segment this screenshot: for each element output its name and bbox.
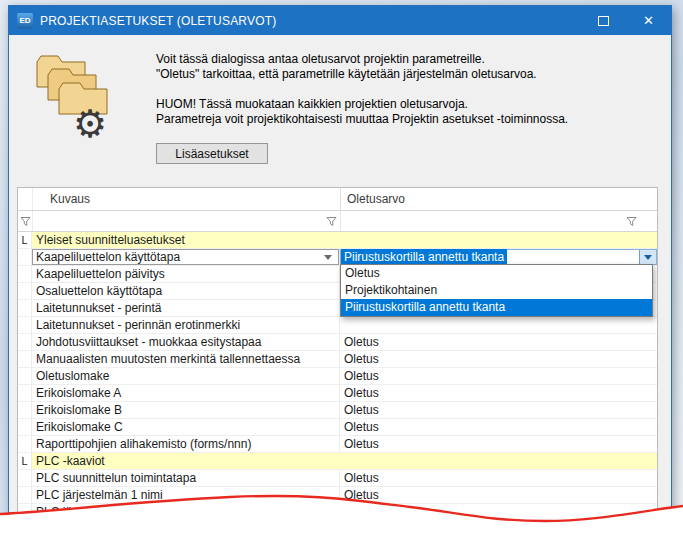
row-description[interactable]: Kaapeliluettelon päivitys bbox=[32, 266, 340, 282]
row-marker bbox=[18, 436, 32, 452]
row-description[interactable]: Yleiset suunnitteluasetukset bbox=[32, 232, 340, 248]
maximize-icon bbox=[598, 16, 609, 26]
intro-line: Voit tässä dialogissa antaa oletusarvot … bbox=[156, 52, 568, 67]
row-marker: L bbox=[18, 232, 32, 248]
table-row[interactable]: LYleiset suunnitteluasetukset bbox=[18, 232, 657, 249]
selected-value-text: Piirustuskortilla annettu tkanta bbox=[341, 249, 507, 265]
row-description[interactable]: Erikoislomake C bbox=[32, 419, 340, 435]
chevron-down-icon bbox=[644, 255, 652, 260]
column-header-oletusarvo[interactable]: Oletusarvo bbox=[341, 188, 657, 210]
row-value[interactable]: Piirustuskortilla annettu tkanta bbox=[340, 249, 657, 265]
row-marker bbox=[18, 419, 32, 435]
row-value[interactable]: Oletus bbox=[340, 436, 657, 452]
row-description[interactable]: Manuaalisten muutosten merkintä tallenne… bbox=[32, 351, 340, 367]
dropdown-list: Oletus Projektikohtainen Piirustuskortil… bbox=[340, 264, 653, 317]
advanced-settings-button[interactable]: Lisäasetukset bbox=[156, 143, 268, 164]
chevron-down-icon bbox=[324, 255, 332, 260]
row-description[interactable]: Erikoislomake A bbox=[32, 385, 340, 401]
row-value[interactable]: Oletus bbox=[340, 351, 657, 367]
filter-icon[interactable] bbox=[626, 216, 637, 227]
row-marker bbox=[18, 266, 32, 282]
row-marker bbox=[18, 334, 32, 350]
row-marker bbox=[18, 368, 32, 384]
row-value[interactable]: Oletus bbox=[340, 334, 657, 350]
row-description[interactable]: Osaluettelon käyttötapa bbox=[32, 283, 340, 299]
table-row[interactable]: Erikoislomake BOletus bbox=[18, 402, 657, 419]
folders-gear-icon: ⚙ bbox=[31, 51, 135, 143]
intro-line: HUOM! Tässä muokataan kaikkien projektie… bbox=[156, 97, 568, 112]
row-description[interactable]: Raporttipohjien alihakemisto (forms/nnn) bbox=[32, 436, 340, 452]
dropdown-button[interactable] bbox=[639, 250, 656, 264]
table-row[interactable]: Erikoislomake AOletus bbox=[18, 385, 657, 402]
row-value[interactable]: Oletus bbox=[340, 385, 657, 401]
table-row[interactable]: Raporttipohjien alihakemisto (forms/nnn)… bbox=[18, 436, 657, 453]
intro-line bbox=[156, 82, 568, 97]
intro-line: Parametreja voit projektikohtaisesti muu… bbox=[156, 112, 568, 127]
row-description[interactable]: Laitetunnukset - perintä bbox=[32, 300, 340, 316]
filter-cell-kuvaus[interactable] bbox=[33, 211, 341, 231]
row-marker bbox=[18, 283, 32, 299]
row-description[interactable]: PLC -kaaviot bbox=[32, 453, 340, 469]
intro-line: "Oletus" tarkoittaa, että parametrille k… bbox=[156, 67, 568, 82]
filter-cell-oletusarvo[interactable] bbox=[341, 211, 657, 231]
filter-cell-marker[interactable] bbox=[18, 211, 33, 231]
close-button[interactable]: ✕ bbox=[626, 6, 671, 35]
filter-row bbox=[18, 211, 657, 232]
row-marker bbox=[18, 385, 32, 401]
svg-text:⚙: ⚙ bbox=[73, 102, 107, 143]
screenshot-tear-line bbox=[0, 480, 683, 542]
table-row[interactable]: Laitetunnukset - perinnän erotinmerkki bbox=[18, 317, 657, 334]
row-marker bbox=[18, 317, 32, 333]
maximize-button[interactable] bbox=[581, 6, 626, 35]
dropdown-option-oletus[interactable]: Oletus bbox=[341, 265, 652, 282]
row-marker: L bbox=[18, 453, 32, 469]
table-row[interactable]: LPLC -kaaviot bbox=[18, 453, 657, 470]
header-marker-column bbox=[18, 188, 33, 210]
window-title: PROJEKTIASETUKSET (OLETUSARVOT) bbox=[40, 14, 276, 28]
value-combobox[interactable]: Piirustuskortilla annettu tkanta bbox=[340, 249, 657, 265]
dropdown-option-piirustuskortilla[interactable]: Piirustuskortilla annettu tkanta bbox=[341, 299, 652, 316]
table-row[interactable]: OletuslomakeOletus bbox=[18, 368, 657, 385]
dialog-content: ⚙ Voit tässä dialogissa antaa oletusarvo… bbox=[9, 35, 671, 541]
row-marker bbox=[18, 249, 32, 265]
description-combobox[interactable]: Kaapeliluettelon käyttötapa bbox=[32, 249, 339, 265]
row-description[interactable]: Laitetunnukset - perinnän erotinmerkki bbox=[32, 317, 340, 333]
row-description[interactable]: Johdotusviittaukset - muokkaa esitystapa… bbox=[32, 334, 340, 350]
row-marker bbox=[18, 351, 32, 367]
dropdown-option-projektikohtainen[interactable]: Projektikohtainen bbox=[341, 282, 652, 299]
filter-icon[interactable] bbox=[326, 216, 337, 227]
row-value[interactable] bbox=[340, 453, 657, 469]
app-icon: ED bbox=[17, 13, 33, 29]
titlebar[interactable]: ED PROJEKTIASETUKSET (OLETUSARVOT) ✕ bbox=[9, 6, 671, 35]
row-marker bbox=[18, 300, 32, 316]
intro-text: Voit tässä dialogissa antaa oletusarvot … bbox=[156, 52, 568, 127]
row-description[interactable]: Oletuslomake bbox=[32, 368, 340, 384]
column-header-kuvaus[interactable]: Kuvaus bbox=[33, 188, 341, 210]
close-icon: ✕ bbox=[643, 14, 654, 27]
table-row[interactable]: Erikoislomake COletus bbox=[18, 419, 657, 436]
table-row[interactable]: Manuaalisten muutosten merkintä tallenne… bbox=[18, 351, 657, 368]
table-row[interactable]: Johdotusviittaukset - muokkaa esitystapa… bbox=[18, 334, 657, 351]
row-value[interactable]: Oletus bbox=[340, 368, 657, 384]
dialog-window: ED PROJEKTIASETUKSET (OLETUSARVOT) ✕ ⚙ V… bbox=[8, 5, 672, 542]
combobox-text: Kaapeliluettelon käyttötapa bbox=[36, 249, 324, 265]
row-value[interactable]: Oletus bbox=[340, 419, 657, 435]
row-value[interactable] bbox=[340, 317, 657, 333]
row-marker bbox=[18, 402, 32, 418]
row-value[interactable]: Oletus bbox=[340, 402, 657, 418]
filter-icon[interactable] bbox=[20, 216, 31, 227]
grid-header: Kuvaus Oletusarvo bbox=[18, 188, 657, 211]
row-description[interactable]: Kaapeliluettelon käyttötapa bbox=[32, 249, 340, 265]
row-description[interactable]: Erikoislomake B bbox=[32, 402, 340, 418]
row-value[interactable] bbox=[340, 232, 657, 248]
